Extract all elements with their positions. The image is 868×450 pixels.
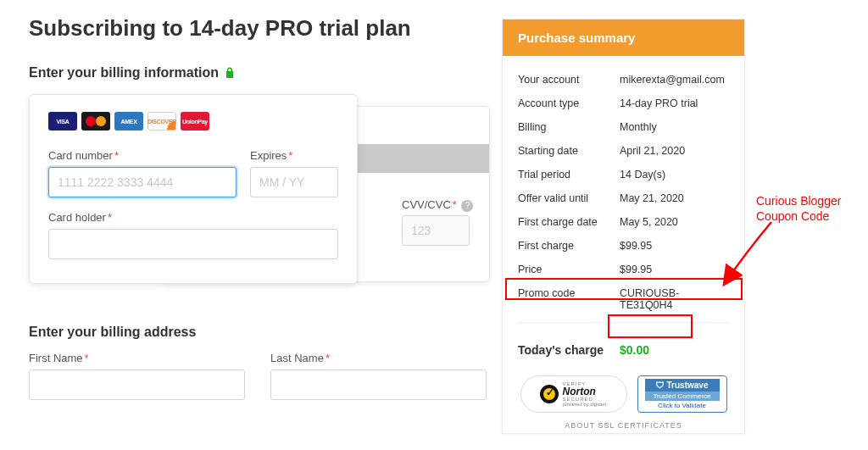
norton-check-icon [540, 385, 559, 403]
summary-row-billing: BillingMonthly [518, 115, 729, 139]
summary-row-offer-valid: Offer valid untilMay 21, 2020 [518, 186, 729, 210]
purchase-summary-panel: Purchase summary Your accountmikerexta@g… [502, 19, 745, 434]
card-holder-label: Card holder* [48, 211, 338, 224]
first-name-input[interactable] [29, 369, 245, 400]
mastercard-icon [81, 112, 110, 131]
card-number-input[interactable] [48, 167, 236, 197]
norton-powered: powered by digicert [562, 402, 606, 407]
trustwave-name: Trustwave [667, 381, 709, 390]
last-name-label: Last Name* [270, 352, 487, 364]
first-name-label: First Name* [29, 352, 245, 364]
card-brand-row: VISA AMEX DISCOVER UnionPay [48, 112, 338, 131]
expires-label-text: Expires [250, 149, 287, 162]
card-number-label: Card number* [48, 149, 236, 162]
billing-info-heading-text: Enter your billing information [29, 65, 219, 80]
annotation-line2: Coupon Code [756, 209, 829, 223]
summary-header: Purchase summary [503, 19, 744, 56]
summary-row-first-charge-date: First charge dateMay 5, 2020 [518, 210, 729, 234]
first-name-label-text: First Name [29, 352, 83, 364]
card-form-area: CVV/CVC* ? VISA AMEX DISCOVER UnionPay C… [29, 94, 487, 284]
amex-icon: AMEX [114, 112, 143, 131]
address-row: First Name* Last Name* [29, 352, 487, 400]
question-icon[interactable]: ? [461, 200, 473, 212]
summary-row-trial-period: Trial period14 Day(s) [518, 163, 729, 186]
unionpay-icon: UnionPay [181, 112, 209, 131]
norton-name: Norton [562, 386, 606, 397]
visa-icon: VISA [48, 112, 77, 131]
lock-icon [225, 66, 234, 77]
card-front-panel: VISA AMEX DISCOVER UnionPay Card number*… [29, 94, 358, 284]
card-holder-label-text: Card holder [48, 211, 106, 224]
trustwave-mid: Trusted Commerce [645, 392, 720, 401]
summary-row-account-type: Account type14-day PRO trial [518, 92, 729, 115]
summary-row-first-charge: First charge$99.95 [518, 234, 729, 258]
summary-row-account: Your accountmikerexta@gmail.com [518, 68, 729, 92]
today-charge-row: Today's charge $0.00 [503, 333, 744, 369]
about-ssl-link[interactable]: ABOUT SSL CERTIFICATES [503, 421, 744, 433]
card-number-label-text: Card number [48, 149, 113, 162]
cvv-label: CVV/CVC* ? [402, 198, 473, 212]
today-charge-value: $0.00 [620, 343, 649, 357]
expires-label: Expires* [250, 149, 338, 162]
last-name-label-text: Last Name [270, 352, 324, 364]
cvv-input[interactable] [402, 215, 470, 246]
summary-row-price: Price$99.95 [518, 258, 729, 281]
shield-icon: 🛡 [656, 381, 665, 390]
card-holder-input[interactable] [48, 229, 338, 259]
cvv-label-text: CVV/CVC [402, 198, 451, 211]
annotation-text: Curious Blogger Coupon Code [756, 193, 841, 224]
summary-row-start-date: Starting dateApril 21, 2020 [518, 139, 729, 163]
trustwave-bot: Click to Validate [645, 401, 720, 410]
trust-badge-row: VERIFY Norton SECURED powered by digicer… [503, 369, 744, 421]
summary-row-promo: Promo codeCURIOUSB-TE31Q0H4 [518, 281, 729, 317]
annotation-line1: Curious Blogger [756, 194, 841, 208]
summary-divider [518, 322, 729, 323]
summary-body: Your accountmikerexta@gmail.com Account … [503, 56, 744, 333]
trustwave-badge[interactable]: 🛡Trustwave Trusted Commerce Click to Val… [637, 375, 727, 413]
last-name-input[interactable] [270, 369, 487, 400]
today-charge-label: Today's charge [518, 343, 620, 357]
norton-badge[interactable]: VERIFY Norton SECURED powered by digicer… [520, 375, 627, 413]
expires-input[interactable] [250, 167, 338, 197]
discover-icon: DISCOVER [147, 112, 176, 131]
